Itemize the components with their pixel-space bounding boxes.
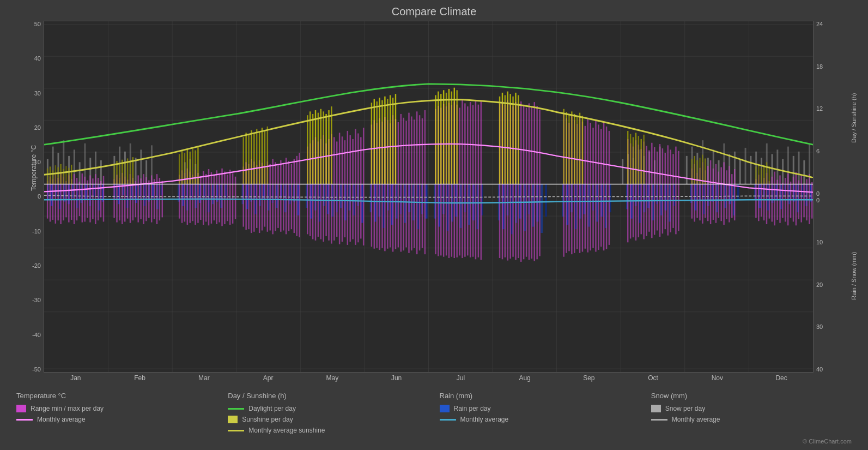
svg-rect-432 [667, 145, 668, 235]
svg-rect-364 [424, 110, 426, 254]
svg-rect-434 [672, 154, 673, 227]
legend-snow-bar-label: Snow per day [665, 405, 705, 412]
svg-rect-488 [119, 163, 120, 184]
x-tick-aug: Aug [493, 374, 557, 382]
svg-rect-317 [288, 161, 289, 231]
svg-rect-526 [381, 100, 383, 184]
legend-snow-avg-icon [651, 419, 667, 421]
svg-rect-479 [55, 165, 56, 184]
legend-rain-bar: Rain per day [440, 405, 640, 412]
svg-rect-568 [702, 155, 703, 184]
svg-rect-426 [651, 143, 652, 238]
legend-temp-range-label: Range min / max per day [31, 405, 104, 412]
svg-rect-443 [707, 166, 708, 221]
svg-rect-343 [363, 128, 364, 245]
y-tick: -30 [32, 297, 41, 303]
svg-rect-554 [576, 117, 578, 184]
svg-rect-162 [426, 184, 428, 219]
svg-rect-542 [502, 93, 503, 184]
legend-daylight: Daylight per day [228, 405, 428, 412]
svg-rect-516 [318, 113, 319, 184]
main-container: Compare Climate Temperature °C 50 40 30 … [0, 0, 868, 450]
svg-rect-545 [509, 94, 511, 184]
svg-rect-393 [526, 107, 527, 256]
legend-sunshine-bar-icon [228, 416, 238, 423]
chart-area: Temperature °C 50 40 30 20 10 0 -10 -20 … [11, 21, 857, 373]
svg-rect-484 [68, 168, 69, 184]
legend-daylight-label: Daylight per day [248, 405, 296, 412]
svg-rect-39 [100, 160, 102, 184]
svg-rect-571 [758, 164, 759, 184]
svg-rect-490 [124, 161, 125, 184]
svg-rect-537 [448, 89, 450, 184]
legend-rain-avg: Monthly average [440, 416, 640, 423]
svg-rect-548 [518, 95, 519, 184]
legend-snow-avg: Monthly average [651, 416, 852, 423]
svg-rect-573 [763, 165, 764, 184]
x-axis-row: Jan Feb Mar Apr May Jun Jul Aug Sep Oct … [44, 373, 814, 383]
svg-rect-355 [400, 114, 402, 252]
svg-rect-525 [379, 98, 380, 184]
svg-rect-81 [803, 160, 805, 184]
svg-rect-475 [811, 182, 812, 219]
svg-rect-555 [579, 113, 580, 184]
svg-rect-380 [475, 101, 476, 259]
y-tick: 30 [34, 90, 41, 97]
legend-temp-avg-label: Monthly average [37, 416, 86, 423]
y-tick: -20 [32, 262, 41, 269]
svg-rect-502 [243, 137, 244, 184]
svg-rect-450 [726, 170, 727, 219]
svg-rect-513 [309, 111, 311, 184]
legend-rain-avg-label: Monthly average [460, 416, 509, 423]
legend-temperature: Temperature °C Range min / max per day M… [16, 392, 217, 434]
svg-rect-410 [592, 128, 593, 248]
svg-rect-338 [349, 135, 350, 242]
svg-rect-395 [531, 106, 532, 259]
svg-rect-297 [229, 170, 230, 225]
svg-rect-446 [715, 164, 717, 223]
svg-rect-572 [761, 168, 762, 184]
svg-rect-376 [464, 103, 465, 256]
svg-rect-397 [536, 106, 537, 259]
svg-rect-429 [659, 144, 660, 237]
y-tick: 40 [34, 55, 41, 62]
svg-rect-70 [745, 148, 746, 184]
svg-rect-415 [606, 127, 607, 249]
svg-rect-532 [435, 95, 436, 184]
svg-rect-336 [344, 140, 345, 237]
svg-rect-431 [665, 153, 666, 229]
legend-rain-bar-label: Rain per day [454, 405, 491, 412]
svg-rect-562 [641, 139, 642, 184]
svg-rect-294 [221, 169, 222, 226]
svg-rect-409 [590, 123, 591, 250]
svg-rect-549 [563, 109, 564, 184]
x-tick-jun: Jun [365, 374, 429, 382]
svg-rect-358 [408, 113, 409, 253]
svg-rect-361 [416, 111, 417, 254]
copyright: © ClimeChart.com [11, 438, 857, 445]
y-axis-left-label: Temperature °C [30, 135, 38, 201]
legend-sunshine-avg: Monthly average sunshine [228, 427, 428, 434]
svg-rect-412 [598, 124, 599, 250]
y-tick: 20 [34, 124, 41, 131]
legend-rain-avg-icon [440, 419, 456, 421]
svg-rect-375 [462, 100, 463, 258]
svg-rect-320 [296, 156, 297, 236]
svg-rect-313 [277, 165, 278, 228]
svg-rect-374 [459, 107, 460, 255]
svg-rect-316 [286, 158, 287, 234]
svg-rect-299 [235, 177, 236, 219]
svg-rect-335 [342, 136, 343, 242]
x-tick-may: May [300, 374, 365, 382]
svg-rect-485 [71, 165, 72, 184]
svg-rect-535 [443, 90, 444, 184]
legend-area: Temperature °C Range min / max per day M… [11, 389, 857, 437]
svg-rect-570 [755, 166, 756, 184]
svg-rect-509 [262, 128, 263, 184]
svg-rect-468 [793, 177, 794, 222]
legend-rain: Rain (mm) Rain per day Monthly average [440, 392, 640, 434]
svg-rect-524 [376, 101, 377, 184]
svg-rect-44 [135, 158, 137, 184]
svg-rect-519 [325, 114, 326, 184]
svg-rect-416 [609, 131, 610, 245]
